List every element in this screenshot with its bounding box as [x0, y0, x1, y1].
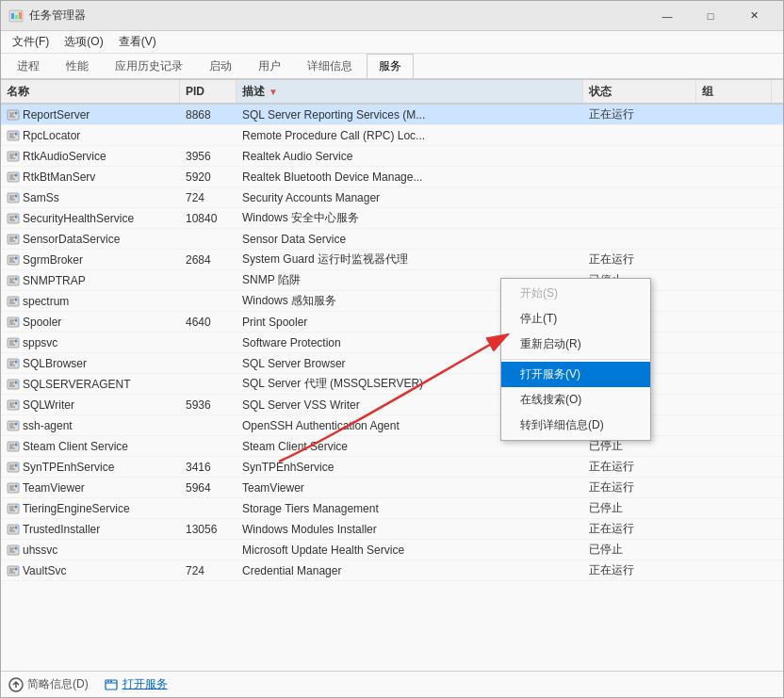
tab-details[interactable]: 详细信息 — [295, 54, 365, 78]
cell-name: SQLBrowser — [1, 357, 180, 370]
svg-point-9 — [15, 153, 18, 155]
table-row[interactable]: ssh-agent OpenSSH Authentication Agent 已… — [1, 415, 783, 436]
cell-desc: Realtek Bluetooth Device Manage... — [237, 170, 583, 184]
cell-name: SgrmBroker — [1, 253, 180, 267]
cell-pid: 13056 — [180, 523, 237, 536]
cell-desc: Remote Procedure Call (RPC) Loc... — [237, 129, 583, 142]
table-row[interactable]: TrustedInstaller 13056 Windows Modules I… — [1, 519, 783, 540]
table-row[interactable]: SQLBrowser SQL Server Browser 已停止 — [1, 353, 783, 374]
table-row[interactable]: SamSs 724 Security Accounts Manager — [1, 187, 783, 208]
status-open-service[interactable]: 打开服务 — [104, 676, 168, 692]
service-icon-status — [104, 677, 119, 692]
tab-app-history[interactable]: 应用历史记录 — [103, 54, 195, 78]
ctx-goto-detail[interactable]: 转到详细信息(D) — [501, 413, 650, 438]
table-row[interactable]: SgrmBroker 2684 System Guard 运行时监视器代理 正在… — [1, 250, 783, 270]
tab-startup[interactable]: 启动 — [197, 54, 244, 78]
cell-pid: 3416 — [180, 461, 237, 474]
svg-point-39 — [15, 463, 18, 466]
col-pid[interactable]: PID — [180, 80, 237, 103]
table-row[interactable]: SQLWriter 5936 SQL Server VSS Writer 正在运… — [1, 395, 783, 415]
table-row[interactable]: TeamViewer 5964 TeamViewer 正在运行 — [1, 478, 783, 498]
cell-desc: SynTPEnhService — [237, 461, 583, 474]
cell-name: VaultSvc — [1, 564, 180, 577]
cell-desc: Realtek Audio Service — [237, 150, 583, 163]
menu-options[interactable]: 选项(O) — [57, 32, 110, 52]
cell-name: RtkBtManServ — [1, 170, 180, 184]
svg-rect-3 — [19, 12, 22, 19]
table-row[interactable]: TieringEngineService Storage Tiers Manag… — [1, 498, 783, 519]
table-row[interactable]: RpcLocator Remote Procedure Call (RPC) L… — [1, 125, 783, 146]
ctx-stop[interactable]: 停止(T) — [501, 306, 650, 332]
table-row[interactable]: ReportServer 8868 SQL Server Reporting S… — [1, 105, 783, 125]
cell-status: 正在运行 — [583, 521, 696, 537]
menu-view[interactable]: 查看(V) — [111, 32, 164, 52]
cell-name: sppsvc — [1, 336, 180, 349]
status-summary[interactable]: 简略信息(D) — [8, 676, 89, 692]
table-row[interactable]: uhssvc Microsoft Update Health Service 已… — [1, 540, 783, 560]
cell-name: SecurityHealthService — [1, 212, 180, 225]
table-row[interactable]: Steam Client Service Steam Client Servic… — [1, 436, 783, 457]
svg-point-37 — [15, 443, 18, 446]
ctx-online-search[interactable]: 在线搜索(O) — [501, 387, 650, 413]
svg-point-13 — [15, 194, 18, 197]
svg-point-21 — [15, 277, 18, 280]
svg-point-7 — [15, 132, 18, 135]
col-status[interactable]: 状态 — [583, 80, 696, 103]
cell-name: ssh-agent — [1, 419, 180, 432]
menu-bar: 文件(F) 选项(O) 查看(V) — [1, 31, 783, 54]
cell-desc: Storage Tiers Management — [237, 502, 583, 515]
cell-pid: 8868 — [180, 108, 237, 122]
cell-desc: Windows 安全中心服务 — [237, 210, 583, 226]
table-header: 名称 PID 描述 ▼ 状态 组 — [1, 80, 783, 105]
menu-file[interactable]: 文件(F) — [5, 32, 57, 52]
cell-pid: 3956 — [180, 150, 237, 163]
table-row[interactable]: sppsvc Software Protection 已停止 — [1, 333, 783, 353]
table-row[interactable]: SecurityHealthService 10840 Windows 安全中心… — [1, 208, 783, 229]
table-row[interactable]: Spooler 4640 Print Spooler 正在运行 — [1, 312, 783, 333]
cell-name: SQLSERVERAGENT — [1, 378, 180, 391]
cell-pid: 724 — [180, 564, 237, 577]
cell-desc: Windows Modules Installer — [237, 523, 583, 536]
ctx-open-services[interactable]: 打开服务(V) — [501, 362, 650, 387]
svg-point-29 — [15, 360, 18, 363]
svg-point-43 — [15, 505, 18, 508]
ctx-start[interactable]: 开始(S) — [501, 281, 650, 306]
tab-services[interactable]: 服务 — [367, 54, 414, 78]
cell-name: uhssvc — [1, 544, 180, 557]
col-name[interactable]: 名称 — [1, 80, 180, 103]
cell-name: TrustedInstaller — [1, 523, 180, 536]
svg-point-15 — [15, 215, 18, 218]
table-row[interactable]: SynTPEnhService 3416 SynTPEnhService 正在运… — [1, 457, 783, 478]
tab-process[interactable]: 进程 — [5, 54, 52, 78]
table-body[interactable]: ReportServer 8868 SQL Server Reporting S… — [1, 105, 783, 671]
svg-point-54 — [110, 680, 112, 682]
cell-name: RtkAudioService — [1, 150, 180, 163]
table-row[interactable]: SensorDataService Sensor Data Service — [1, 229, 783, 250]
svg-point-49 — [15, 567, 18, 570]
table-row[interactable]: VaultSvc 724 Credential Manager 正在运行 — [1, 560, 783, 581]
table-row[interactable]: SNMPTRAP SNMP 陷阱 已停止 — [1, 270, 783, 291]
cell-status: 已停止 — [583, 542, 696, 558]
tab-users[interactable]: 用户 — [246, 54, 293, 78]
table-row[interactable]: SQLSERVERAGENT SQL Server 代理 (MSSQLSERVE… — [1, 374, 783, 395]
ctx-restart[interactable]: 重新启动(R) — [501, 332, 650, 357]
minimize-button[interactable]: — — [645, 1, 689, 31]
cell-pid: 4640 — [180, 316, 237, 329]
sort-arrow: ▼ — [269, 87, 278, 97]
col-group[interactable]: 组 — [696, 80, 772, 103]
table-row[interactable]: RtkAudioService 3956 Realtek Audio Servi… — [1, 146, 783, 167]
table-row[interactable]: spectrum Windows 感知服务 已停止 — [1, 291, 783, 312]
cell-pid: 724 — [180, 191, 237, 204]
ctx-separator1 — [501, 359, 650, 360]
tab-performance[interactable]: 性能 — [54, 54, 101, 78]
cell-desc: Credential Manager — [237, 564, 583, 577]
svg-point-53 — [107, 680, 109, 682]
svg-point-41 — [15, 484, 18, 487]
col-desc[interactable]: 描述 ▼ — [237, 80, 583, 103]
close-button[interactable]: ✕ — [732, 1, 776, 31]
cell-desc: System Guard 运行时监视器代理 — [237, 252, 583, 268]
summary-label: 简略信息(D) — [27, 676, 89, 692]
cell-status: 正在运行 — [583, 459, 696, 475]
table-row[interactable]: RtkBtManServ 5920 Realtek Bluetooth Devi… — [1, 167, 783, 187]
maximize-button[interactable]: □ — [689, 1, 732, 31]
